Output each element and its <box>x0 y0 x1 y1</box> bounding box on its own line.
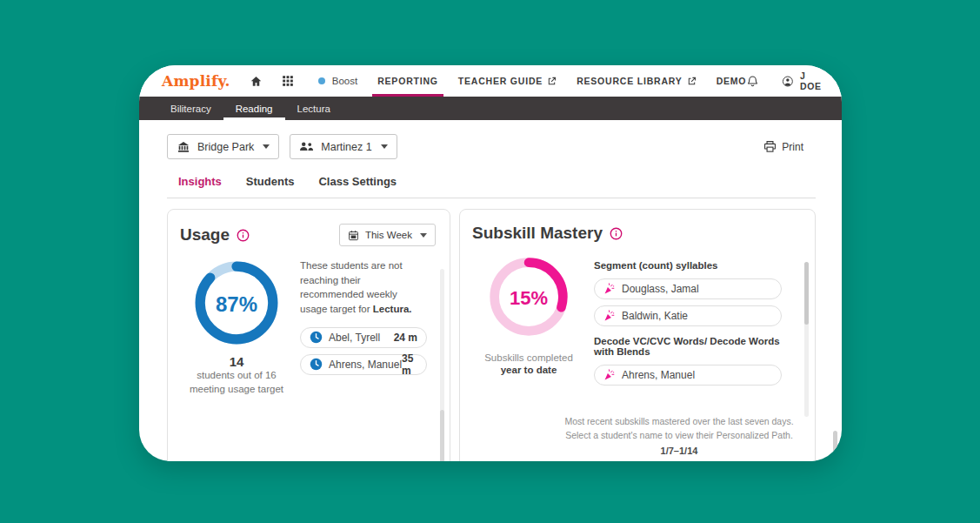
student-name: Abel, Tyrell <box>329 332 380 344</box>
subskill-card-title: Subskill Mastery <box>472 224 603 243</box>
user-name: J DOE <box>800 70 824 91</box>
top-navigation-bar: Amplify. Boost REPORTING <box>139 65 842 97</box>
reading-active-underline <box>223 117 285 120</box>
subskill-list: Segment (count) syllables Douglass, Jama… <box>585 255 801 392</box>
boost-label: Boost <box>332 76 357 86</box>
filters-row: Bridge Park Martinez 1 Pr <box>167 134 803 159</box>
usage-scrollbar-track[interactable] <box>440 269 444 461</box>
teal-backdrop: Amplify. Boost REPORTING <box>0 0 980 523</box>
usage-percent: 87% <box>192 258 281 351</box>
reporting-active-underline <box>372 94 443 97</box>
skill-group-label: Segment (count) syllables <box>594 260 782 271</box>
chevron-down-icon <box>420 233 427 238</box>
period-dropdown-value: This Week <box>365 230 412 240</box>
skill-group-label: Decode VC/CVC Words/ Decode Words with B… <box>594 336 782 357</box>
school-icon <box>177 141 190 153</box>
insights-cards-row: Usage This We <box>167 209 816 461</box>
clock-icon <box>310 358 323 371</box>
app-grid-icon[interactable] <box>282 75 294 87</box>
subskill-footer-line1: Most recent subskills mastered over the … <box>557 414 801 428</box>
print-label: Print <box>782 141 803 153</box>
notifications-bell-icon[interactable] <box>746 74 759 88</box>
school-dropdown-value: Bridge Park <box>197 141 254 153</box>
amplify-logo: Amplify. <box>162 72 230 90</box>
section-tabs: Insights Students Class Settings <box>178 175 816 198</box>
usage-description: These students are not reaching their re… <box>300 258 427 317</box>
tab-students[interactable]: Students <box>246 175 295 198</box>
tab-class-settings[interactable]: Class Settings <box>318 175 397 198</box>
subskill-caption-line1: Subskills completed <box>484 352 573 363</box>
nav-item-resource-library[interactable]: RESOURCE LIBRARY <box>577 65 697 97</box>
subskill-student-row[interactable]: Douglass, Jamal <box>594 278 782 299</box>
printer-icon <box>763 140 777 153</box>
subskill-student-row[interactable]: Baldwin, Katie <box>594 305 782 326</box>
chevron-down-icon <box>263 144 270 149</box>
subskill-footer: Most recent subskills mastered over the … <box>557 414 801 456</box>
info-icon[interactable] <box>610 227 623 240</box>
nav-item-teacher-guide[interactable]: TEACHER GUIDE <box>458 65 557 97</box>
student-name: Ahrens, Manuel <box>622 369 695 381</box>
external-link-icon <box>687 77 697 86</box>
clock-icon <box>310 331 323 344</box>
party-popper-icon <box>603 310 616 322</box>
subskill-mastery-card: Subskill Mastery <box>459 209 816 461</box>
student-name: Baldwin, Katie <box>622 310 688 322</box>
user-menu[interactable]: J DOE <box>782 70 824 91</box>
info-icon[interactable] <box>237 229 250 242</box>
student-minutes: 35 m <box>402 352 417 377</box>
usage-student-row[interactable]: Abel, Tyrell 24 m <box>300 327 427 348</box>
usage-donut-chart: 87% <box>192 258 281 351</box>
subskill-student-row[interactable]: Ahrens, Manuel <box>594 365 782 386</box>
usage-student-row[interactable]: Ahrens, Manuel 35 m <box>300 354 427 375</box>
print-button[interactable]: Print <box>763 140 803 153</box>
subskill-scrollbar-thumb[interactable] <box>804 262 809 325</box>
subskill-percent: 15% <box>487 255 570 342</box>
user-avatar-icon <box>782 74 794 89</box>
period-dropdown[interactable]: This Week <box>339 224 436 246</box>
school-dropdown[interactable]: Bridge Park <box>167 134 279 159</box>
product-tab-bar: Biliteracy Reading Lectura <box>139 97 842 120</box>
subskill-caption-line2: year to date <box>501 365 557 375</box>
boost-status-dot <box>318 77 325 84</box>
usage-scrollbar-thumb[interactable] <box>440 410 444 461</box>
tab-lectura[interactable]: Lectura <box>285 97 343 120</box>
usage-stat-line1: students out of 16 <box>197 369 276 383</box>
subskill-date-range: 1/7–1/14 <box>557 446 801 456</box>
subskill-donut-chart: 15% <box>487 255 570 342</box>
calendar-icon <box>348 230 359 241</box>
tab-reading[interactable]: Reading <box>223 97 285 120</box>
student-name: Ahrens, Manuel <box>329 359 402 371</box>
nav-item-demo[interactable]: DEMO <box>717 65 747 97</box>
student-minutes: 24 m <box>394 332 417 344</box>
app-window: Amplify. Boost REPORTING <box>139 65 842 461</box>
nav-item-reporting[interactable]: REPORTING <box>377 65 438 97</box>
usage-stat-line2: meeting usage target <box>190 383 283 397</box>
usage-card: Usage This We <box>167 209 450 461</box>
chevron-down-icon <box>381 144 388 149</box>
tab-biliteracy[interactable]: Biliteracy <box>158 97 223 120</box>
boost-indicator: Boost <box>318 76 357 86</box>
external-link-icon <box>547 77 557 86</box>
home-icon[interactable] <box>250 75 263 88</box>
class-dropdown[interactable]: Martinez 1 <box>290 134 397 159</box>
class-group-icon <box>299 141 314 152</box>
subskill-footer-line2: Select a student's name to view their Pe… <box>557 428 801 442</box>
section-tabs-rule <box>167 198 816 198</box>
subskill-scrollbar-track[interactable] <box>804 262 809 417</box>
usage-card-title: Usage <box>180 225 230 245</box>
student-name: Douglass, Jamal <box>622 283 699 295</box>
class-dropdown-value: Martinez 1 <box>321 141 371 153</box>
window-scrollbar-thumb[interactable] <box>833 431 837 453</box>
tab-insights[interactable]: Insights <box>178 175 222 198</box>
usage-stat-number: 14 <box>230 354 244 369</box>
party-popper-icon <box>603 283 616 295</box>
party-popper-icon <box>603 369 616 381</box>
